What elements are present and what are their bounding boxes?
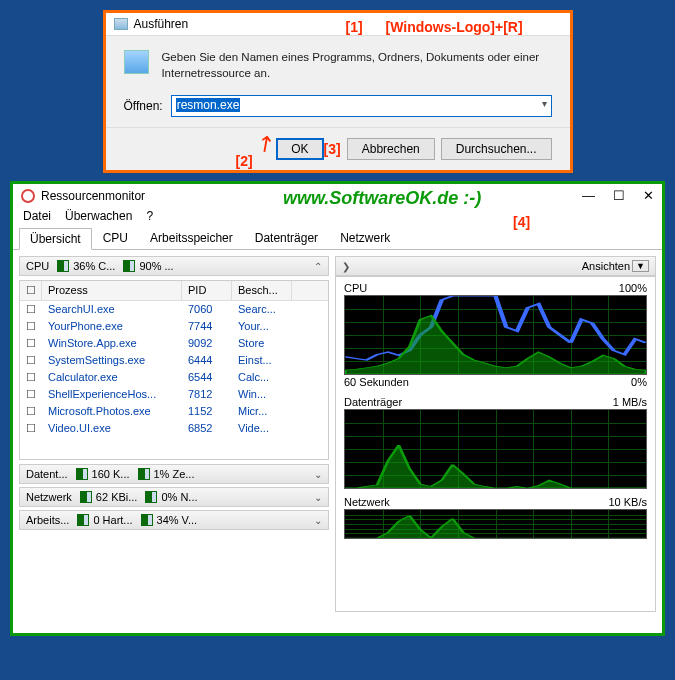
table-row[interactable]: ☐Video.UI.exe6852Vide... <box>20 420 328 437</box>
annotation-1: [1] <box>346 19 363 35</box>
minimize-button[interactable]: — <box>582 188 595 203</box>
cpu-pct2: 90% ... <box>139 260 173 272</box>
netzwerk-panel[interactable]: Netzwerk 62 KBi... 0% N... ⌄ <box>19 487 329 507</box>
meter-icon <box>80 491 92 503</box>
annotation-4: [4] <box>513 214 530 230</box>
cpu-pct1: 36% C... <box>73 260 115 272</box>
meter-icon <box>141 514 153 526</box>
chart-net <box>344 509 647 539</box>
chevron-up-icon[interactable]: ⌃ <box>314 261 322 272</box>
svg-marker-1 <box>345 445 646 488</box>
chart-disk <box>344 409 647 489</box>
col-pid[interactable]: PID <box>182 281 232 300</box>
maximize-button[interactable]: ☐ <box>613 188 625 203</box>
charts-header: ❯ Ansichten ▼ <box>335 256 656 276</box>
meter-icon <box>123 260 135 272</box>
netz-v1: 62 KBi... <box>96 491 138 503</box>
chart-cpu-label: CPU <box>344 282 367 294</box>
resource-monitor-window: Ressourcenmonitor www.SoftwareOK.de :-) … <box>10 181 665 636</box>
col-prozess[interactable]: Prozess <box>42 281 182 300</box>
cancel-button[interactable]: Abbrechen <box>347 138 435 160</box>
arb-v1: 0 Hart... <box>93 514 132 526</box>
chevron-down-icon[interactable]: ⌄ <box>314 469 322 480</box>
table-row[interactable]: ☐YourPhone.exe7744Your... <box>20 318 328 335</box>
menu-help[interactable]: ? <box>146 209 153 223</box>
col-besch[interactable]: Besch... <box>232 281 292 300</box>
tab-cpu[interactable]: CPU <box>92 227 139 249</box>
chart-cpu-sub2: 0% <box>631 376 647 388</box>
arbeits-panel[interactable]: Arbeits... 0 Hart... 34% V... ⌄ <box>19 510 329 530</box>
cpu-panel-header[interactable]: CPU 36% C... 90% ... ⌃ <box>19 256 329 276</box>
tab-uebersicht[interactable]: Übersicht <box>19 228 92 250</box>
datent-v1: 160 K... <box>92 468 130 480</box>
tabs: Übersicht CPU Arbeitsspeicher Datenträge… <box>13 227 662 250</box>
chart-disk-label: Datenträger <box>344 396 402 408</box>
chart-cpu-sub: 60 Sekunden <box>344 376 409 388</box>
resmon-icon <box>21 189 35 203</box>
run-buttons: OK [3] Abbrechen Durchsuchen... <box>106 127 570 170</box>
softwareok-label: www.SoftwareOK.de :-) <box>283 188 481 209</box>
open-label: Öffnen: <box>124 99 163 113</box>
table-row[interactable]: ☐Calculator.exe6544Calc... <box>20 369 328 386</box>
datentraeger-panel[interactable]: Datent... 160 K... 1% Ze... ⌄ <box>19 464 329 484</box>
chevron-down-icon[interactable]: ▾ <box>542 98 547 109</box>
run-dialog: Ausführen [1] [Windows-Logo]+[R] Geben S… <box>103 10 573 173</box>
tab-arbeitsspeicher[interactable]: Arbeitsspeicher <box>139 227 244 249</box>
arb-v2: 34% V... <box>157 514 198 526</box>
table-row[interactable]: ☐Microsoft.Photos.exe1152Micr... <box>20 403 328 420</box>
run-program-icon <box>124 50 150 74</box>
meter-icon <box>57 260 69 272</box>
resmon-titlebar[interactable]: Ressourcenmonitor www.SoftwareOK.de :-) … <box>13 184 662 207</box>
chart-net-label: Netzwerk <box>344 496 390 508</box>
tab-netzwerk[interactable]: Netzwerk <box>329 227 401 249</box>
run-title: Ausführen <box>134 17 189 31</box>
tab-datentraeger[interactable]: Datenträger <box>244 227 329 249</box>
chart-disk-max: 1 MB/s <box>613 396 647 408</box>
close-button[interactable]: ✕ <box>643 188 654 203</box>
menu-ueberwachen[interactable]: Überwachen <box>65 209 132 223</box>
chart-cpu <box>344 295 647 375</box>
menu-datei[interactable]: Datei <box>23 209 51 223</box>
annotation-2: [2] <box>236 153 253 169</box>
meter-icon <box>76 468 88 480</box>
svg-marker-2 <box>345 516 646 538</box>
meter-icon <box>145 491 157 503</box>
meter-icon <box>138 468 150 480</box>
chevron-down-icon[interactable]: ⌄ <box>314 515 322 526</box>
chart-net-max: 10 KB/s <box>608 496 647 508</box>
meter-icon <box>77 514 89 526</box>
open-input-value: resmon.exe <box>176 98 241 112</box>
table-row[interactable]: ☐ShellExperienceHos...7812Win... <box>20 386 328 403</box>
dropdown-icon[interactable]: ▼ <box>632 260 649 272</box>
run-icon <box>114 18 128 30</box>
arb-label: Arbeits... <box>26 514 69 526</box>
datent-v2: 1% Ze... <box>154 468 195 480</box>
annotation-3: [3] <box>324 141 341 157</box>
table-row[interactable]: ☐WinStore.App.exe9092Store <box>20 335 328 352</box>
chevron-down-icon[interactable]: ⌄ <box>314 492 322 503</box>
collapse-icon[interactable]: ❯ <box>342 261 350 272</box>
checkbox-header[interactable]: ☐ <box>20 281 42 300</box>
charts-container: CPU100% 60 Sekunden0% Datenträger1 MB/s … <box>335 276 656 612</box>
run-description: Geben Sie den Namen eines Programms, Ord… <box>161 50 551 81</box>
ansichten-button[interactable]: Ansichten <box>582 260 630 272</box>
table-header: ☐ Prozess PID Besch... <box>20 281 328 301</box>
browse-button[interactable]: Durchsuchen... <box>441 138 552 160</box>
svg-marker-0 <box>345 316 646 375</box>
resmon-title: Ressourcenmonitor <box>41 189 145 203</box>
table-row[interactable]: ☐SystemSettings.exe6444Einst... <box>20 352 328 369</box>
table-row[interactable]: ☐SearchUI.exe7060Searc... <box>20 301 328 318</box>
chart-cpu-max: 100% <box>619 282 647 294</box>
hint-label: [Windows-Logo]+[R] <box>386 19 523 35</box>
ok-button[interactable]: OK <box>276 138 323 160</box>
datent-label: Datent... <box>26 468 68 480</box>
netz-v2: 0% N... <box>161 491 197 503</box>
cpu-label: CPU <box>26 260 49 272</box>
menubar: Datei Überwachen ? <box>13 207 662 225</box>
process-table: ☐ Prozess PID Besch... ☐SearchUI.exe7060… <box>19 280 329 460</box>
netz-label: Netzwerk <box>26 491 72 503</box>
open-input[interactable]: resmon.exe ▾ <box>171 95 552 117</box>
